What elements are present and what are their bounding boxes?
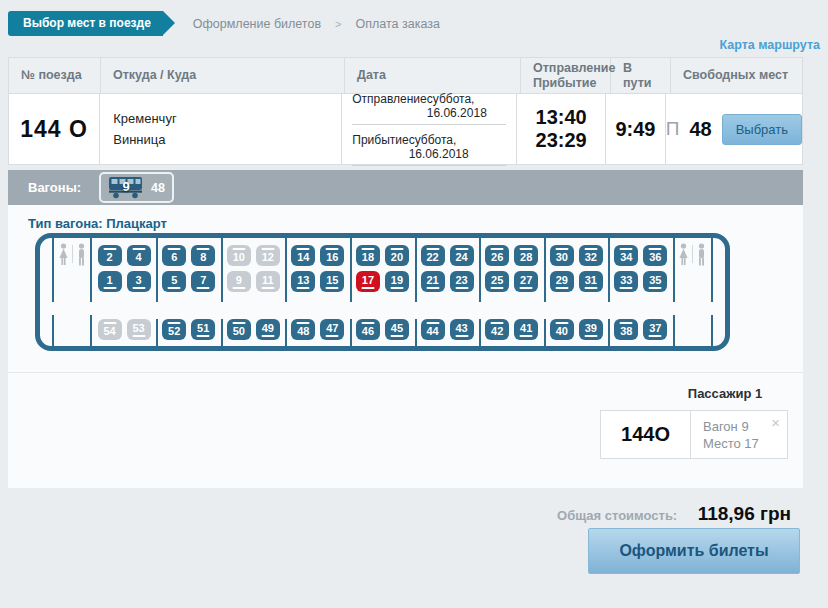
- seat-29[interactable]: 29: [550, 271, 574, 292]
- close-icon[interactable]: ×: [771, 415, 780, 430]
- seat-3[interactable]: 3: [127, 271, 151, 292]
- seat-14[interactable]: 14: [291, 245, 315, 266]
- seat-30[interactable]: 30: [550, 245, 574, 266]
- seat-25[interactable]: 25: [485, 271, 509, 292]
- checkout-button[interactable]: Оформить билеты: [588, 528, 800, 574]
- wagon-seat-map: 2413685710129111416131518201719222421232…: [35, 233, 730, 351]
- seat-13[interactable]: 13: [291, 271, 315, 292]
- passenger-block: Пассажир 1 144О Вагон 9 Место 17 ×: [600, 386, 788, 459]
- seat-2[interactable]: 2: [98, 245, 122, 266]
- seat-47[interactable]: 47: [320, 319, 344, 340]
- compartment-6: 22242123: [415, 238, 478, 302]
- seat-32[interactable]: 32: [579, 245, 603, 266]
- side-section-8: 4039: [544, 319, 607, 346]
- train-row: 144 О Кременчуг Винница Отправлениесуббо…: [9, 94, 802, 164]
- route-map-link[interactable]: Карта маршрута: [720, 38, 821, 52]
- seat-39[interactable]: 39: [579, 319, 603, 340]
- seat-8[interactable]: 8: [191, 245, 215, 266]
- station-from: Кременчуг: [113, 108, 176, 129]
- arrival-time: 23:29: [536, 129, 587, 152]
- seat-52[interactable]: 52: [162, 319, 186, 340]
- seat-35[interactable]: 35: [643, 271, 667, 292]
- panel-divider: [8, 372, 803, 373]
- seat-18[interactable]: 18: [356, 245, 380, 266]
- side-section-5: 4645: [350, 319, 413, 346]
- seat-44[interactable]: 44: [421, 319, 445, 340]
- passenger-title: Пассажир 1: [600, 386, 788, 401]
- seat-class-abbr: П: [666, 118, 680, 140]
- breadcrumb-step-seat-selection[interactable]: Выбор мест в поезде: [8, 11, 163, 36]
- train-table: № поезда Откуда / Куда Дата Отправление …: [8, 57, 803, 165]
- passenger-ticket-card: 144О Вагон 9 Место 17 ×: [600, 410, 788, 459]
- seat-28[interactable]: 28: [514, 245, 538, 266]
- seat-34[interactable]: 34: [614, 245, 638, 266]
- seat-43[interactable]: 43: [450, 319, 474, 340]
- seat-5[interactable]: 5: [162, 271, 186, 292]
- free-seats-cell: П 48 Выбрать: [666, 94, 802, 164]
- total-label: Общая стоимость:: [557, 508, 677, 523]
- train-table-header: № поезда Откуда / Куда Дата Отправление …: [9, 58, 802, 94]
- header-date: Дата: [345, 58, 521, 93]
- seat-12: 12: [256, 245, 280, 266]
- main-berths-deck: 2413685710129111416131518201719222421232…: [40, 238, 725, 302]
- seat-46[interactable]: 46: [356, 319, 380, 340]
- compartment-1: 2413: [94, 238, 155, 302]
- seat-21[interactable]: 21: [421, 271, 445, 292]
- header-route: Откуда / Куда: [101, 58, 345, 93]
- woman-icon: [678, 243, 689, 266]
- seat-50[interactable]: 50: [227, 319, 251, 340]
- select-train-button[interactable]: Выбрать: [722, 114, 802, 145]
- seat-53: 53: [127, 319, 151, 340]
- seat-31[interactable]: 31: [579, 271, 603, 292]
- seat-51[interactable]: 51: [191, 319, 215, 340]
- seat-6[interactable]: 6: [162, 245, 186, 266]
- wagons-label: Вагоны:: [28, 180, 81, 195]
- seat-17[interactable]: 17: [356, 271, 380, 292]
- seat-42[interactable]: 42: [485, 319, 509, 340]
- passenger-train-number: 144О: [601, 411, 691, 458]
- seat-1[interactable]: 1: [98, 271, 122, 292]
- side-section-2: 5251: [156, 319, 219, 346]
- seat-41[interactable]: 41: [514, 319, 538, 340]
- seat-22[interactable]: 22: [421, 245, 445, 266]
- seat-36[interactable]: 36: [643, 245, 667, 266]
- booking-page: Выбор мест в поезде Оформление билетов >…: [0, 0, 828, 608]
- woman-icon: [58, 243, 69, 266]
- seat-23[interactable]: 23: [450, 271, 474, 292]
- seat-4[interactable]: 4: [127, 245, 151, 266]
- seat-16[interactable]: 16: [320, 245, 344, 266]
- seat-38[interactable]: 38: [614, 319, 638, 340]
- seat-48[interactable]: 48: [291, 319, 315, 340]
- seat-40[interactable]: 40: [550, 319, 574, 340]
- header-departure-arrival: Отправление Прибытие: [521, 58, 611, 93]
- seat-19[interactable]: 19: [385, 271, 409, 292]
- side-section-1: 5453: [94, 319, 155, 346]
- side-section-7: 4241: [479, 319, 542, 346]
- total-row: Общая стоимость: 118,96 грн: [8, 503, 803, 525]
- wc-divider: [72, 245, 73, 263]
- seat-7[interactable]: 7: [191, 271, 215, 292]
- seat-10: 10: [227, 245, 251, 266]
- wc-divider: [692, 245, 693, 263]
- side-berths-deck: 545352515049484746454443424140393837: [40, 315, 725, 346]
- departure-time: 13:40: [536, 106, 587, 129]
- seat-33[interactable]: 33: [614, 271, 638, 292]
- compartment-5: 18201719: [350, 238, 413, 302]
- wagon-icon: 9: [108, 176, 144, 199]
- date-cell: Отправлениесуббота, 16.06.2018 Прибытиес…: [342, 94, 517, 164]
- seat-24[interactable]: 24: [450, 245, 474, 266]
- seat-9: 9: [227, 271, 251, 292]
- seat-15[interactable]: 15: [320, 271, 344, 292]
- seat-37[interactable]: 37: [643, 319, 667, 340]
- seat-27[interactable]: 27: [514, 271, 538, 292]
- compartment-3: 1012911: [221, 238, 284, 302]
- wagon-selector-9[interactable]: 9 48: [99, 172, 174, 203]
- breadcrumb: Выбор мест в поезде Оформление билетов >…: [8, 11, 440, 36]
- side-section-4: 4847: [285, 319, 348, 346]
- seat-26[interactable]: 26: [485, 245, 509, 266]
- seat-20[interactable]: 20: [385, 245, 409, 266]
- seat-49[interactable]: 49: [256, 319, 280, 340]
- train-number-cell: 144 О: [9, 94, 100, 164]
- wagons-bar: Вагоны: 9 48: [8, 170, 803, 205]
- seat-45[interactable]: 45: [385, 319, 409, 340]
